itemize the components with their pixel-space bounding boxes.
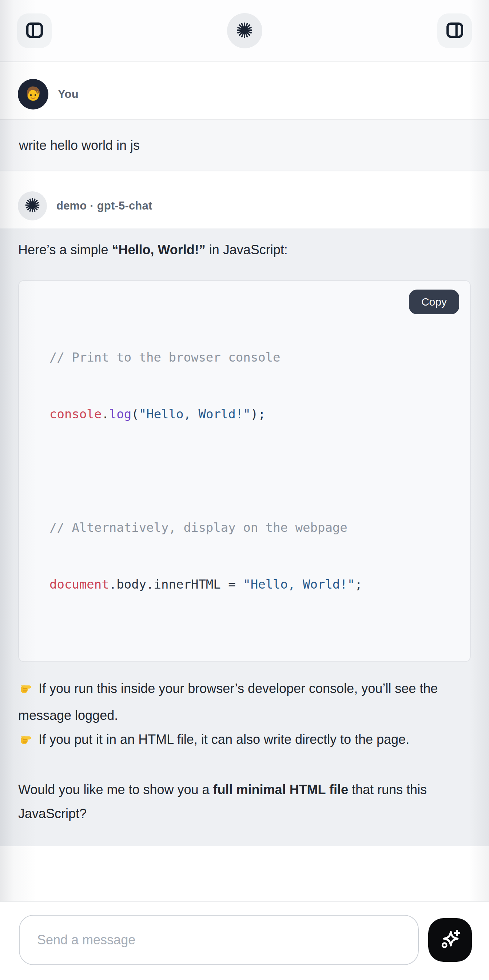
code-line: // Alternatively, display on the webpage (49, 518, 456, 537)
pointing-right-icon (18, 730, 34, 754)
code-token: . (102, 407, 109, 421)
panel-right-icon (446, 21, 464, 40)
user-message-text: write hello world in js (19, 138, 140, 153)
note-line: If you put it in an HTML file, it can al… (18, 727, 471, 754)
starburst-icon (25, 197, 40, 214)
code-content: // Print to the browser console console.… (49, 310, 456, 632)
send-button[interactable] (428, 918, 472, 962)
code-token: // Alternatively, display on the webpage (49, 520, 347, 535)
code-block: Copy // Print to the browser console con… (18, 280, 471, 662)
code-line-blank (49, 461, 456, 480)
note-line: If you run this inside your browser’s de… (18, 677, 471, 727)
person-emoji-icon (22, 82, 45, 106)
top-bar (0, 0, 489, 62)
user-sender-row: You (0, 62, 489, 119)
code-token: ); (251, 407, 266, 421)
sparkle-icon (438, 928, 462, 952)
chat-screen: You write hello world in js (0, 0, 489, 980)
composer-bar (0, 901, 489, 980)
user-sender-label: You (58, 88, 79, 101)
code-token: log (109, 407, 131, 421)
code-token: console (49, 407, 102, 421)
assistant-intro-paragraph: Here’s a simple “Hello, World!” in JavaS… (18, 242, 471, 258)
code-line: console.log("Hello, World!"); (49, 404, 456, 423)
toggle-right-panel-button[interactable] (437, 13, 472, 48)
code-token: "Hello, World!" (139, 407, 251, 421)
code-token: // Print to the browser console (49, 350, 280, 364)
message-input[interactable] (19, 915, 419, 965)
code-line: document.body.innerHTML = "Hello, World!… (49, 575, 456, 594)
starburst-icon (236, 22, 253, 40)
model-badge-button[interactable] (227, 13, 262, 48)
intro-text: Here’s a simple (18, 242, 112, 257)
toggle-left-panel-button[interactable] (17, 13, 52, 48)
assistant-notes: If you run this inside your browser’s de… (18, 677, 471, 754)
note-text: If you run this inside your browser’s de… (18, 681, 438, 723)
code-token: ; (355, 577, 362, 592)
assistant-followup-paragraph: Would you like me to show you a full min… (18, 778, 471, 826)
followup-bold-text: full minimal HTML file (213, 782, 348, 797)
assistant-message: Here’s a simple “Hello, World!” in JavaS… (0, 228, 489, 846)
copy-code-button[interactable]: Copy (409, 290, 459, 314)
code-token: document (49, 577, 109, 592)
user-message: write hello world in js (0, 119, 489, 171)
assistant-avatar (18, 191, 47, 220)
note-text: If you put it in an HTML file, it can al… (38, 732, 409, 747)
code-token: "Hello, World!" (243, 577, 355, 592)
assistant-sender-label: demo · gpt-5-chat (56, 199, 152, 212)
panel-left-icon (25, 21, 44, 40)
intro-bold-text: “Hello, World!” (112, 242, 205, 257)
followup-text: Would you like me to show you a (18, 782, 213, 797)
assistant-sender-row: demo · gpt-5-chat (0, 171, 489, 228)
code-line: // Print to the browser console (49, 348, 456, 367)
code-token: .body.innerHTML = (109, 577, 243, 592)
code-token: ( (131, 407, 139, 421)
intro-text: in JavaScript: (205, 242, 288, 257)
user-avatar (18, 79, 48, 110)
pointing-right-icon (18, 679, 34, 703)
